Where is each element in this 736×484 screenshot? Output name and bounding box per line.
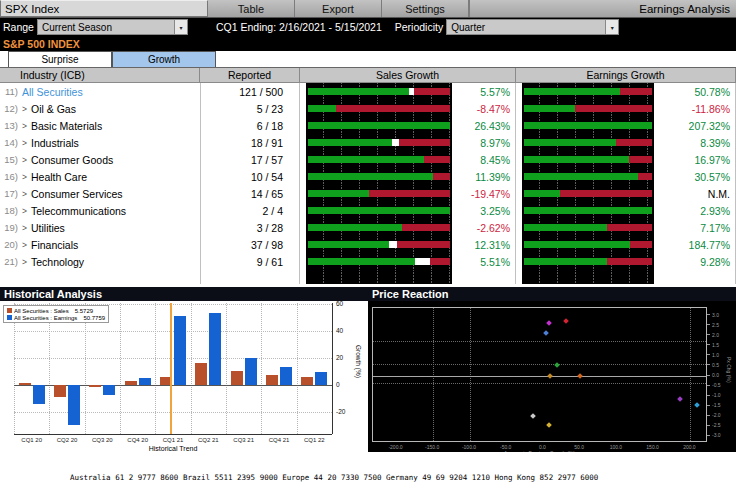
earnings-growth-bar-cell (522, 202, 654, 219)
industry-cell[interactable]: 20)>Financials (0, 236, 200, 253)
growth-bar (524, 105, 652, 112)
industry-name[interactable]: Financials (31, 239, 78, 251)
periodicity-value[interactable]: Quarter (447, 20, 605, 34)
table-row[interactable]: 18)>Telecommunications2 / 43.25%2.93% (0, 202, 736, 219)
earnings-growth-bar-cell (522, 168, 654, 185)
industry-cell[interactable]: 11)All Securities (0, 83, 200, 100)
bar-positive-segment (524, 173, 638, 180)
industry-cell[interactable]: 12)>Oil & Gas (0, 100, 200, 117)
periodicity-dropdown[interactable]: Quarter ▾ (446, 19, 619, 35)
range-label: Range (3, 21, 34, 33)
range-dropdown[interactable]: Current Season ▾ (37, 19, 188, 35)
menu-settings[interactable]: Settings (382, 0, 469, 17)
earnings-growth-value: 16.97% (654, 151, 736, 168)
y-axis-title: Growth (%) (355, 345, 362, 378)
expand-chevron-icon[interactable]: > (22, 138, 27, 148)
sales-growth-value: -8.47% (452, 100, 516, 117)
earnings-growth-value: 207.32% (654, 117, 736, 134)
y-tick-mark (707, 425, 710, 426)
table-row[interactable]: 16)>Health Care10 / 5411.39%30.57% (0, 168, 736, 185)
industry-name[interactable]: Oil & Gas (31, 103, 76, 115)
table-row[interactable]: 21)>Technology9 / 615.51%9.28% (0, 253, 736, 270)
range-value[interactable]: Current Season (38, 20, 174, 34)
x-tick-label: 50.0 (574, 444, 584, 450)
column-header-reported[interactable]: Reported (200, 68, 300, 83)
reported-cell: 2 / 4 (200, 202, 300, 219)
table-row[interactable]: 13)>Basic Materials6 / 1826.43%207.32% (0, 117, 736, 134)
y-tick-mark (707, 354, 710, 355)
column-header-sales-growth[interactable]: Sales Growth (300, 68, 516, 83)
row-number: 14) (0, 137, 18, 148)
bar-marker-segment (415, 258, 431, 265)
expand-chevron-icon[interactable]: > (22, 223, 27, 233)
x-tick-label: CQ3 20 (92, 437, 113, 443)
x-tick-label: 100.0 (610, 444, 623, 450)
table-row[interactable]: 15)>Consumer Goods17 / 578.45%16.97% (0, 151, 736, 168)
y-tick-label: -1.5 (712, 402, 721, 408)
table-row[interactable]: 17)>Consumer Services14 / 65-19.47%N.M. (0, 185, 736, 202)
column-header-industry[interactable]: Industry (ICB) (0, 68, 200, 83)
industry-name[interactable]: Industrials (31, 137, 79, 149)
industry-name[interactable]: Basic Materials (31, 120, 102, 132)
tab-growth[interactable]: Growth (112, 51, 216, 67)
industry-cell[interactable]: 16)>Health Care (0, 168, 200, 185)
bar-positive-segment (524, 156, 629, 163)
industry-name[interactable]: All Securities (22, 86, 83, 98)
price-reaction-chart: -200.0-150.0-100.0-50.00.050.0100.0150.0… (368, 301, 736, 452)
expand-chevron-icon[interactable]: > (22, 257, 27, 267)
table-row[interactable]: 12)>Oil & Gas5 / 23-8.47%-11.86% (0, 100, 736, 117)
x-gridline (226, 303, 227, 434)
x-tick-label: CQ4 20 (127, 437, 148, 443)
reported-cell: 5 / 23 (200, 100, 300, 117)
growth-bar (308, 173, 450, 180)
x-tick-label: -100.0 (462, 444, 476, 450)
x-gridline (155, 303, 156, 434)
menu-table[interactable]: Table (208, 0, 295, 17)
industry-cell[interactable]: 18)>Telecommunications (0, 202, 200, 219)
bar-negative-segment (414, 88, 450, 95)
industry-name[interactable]: Consumer Services (31, 188, 123, 200)
table-row[interactable]: 20)>Financials37 / 9812.31%184.77% (0, 236, 736, 253)
menu-export[interactable]: Export (295, 0, 382, 17)
chevron-down-icon[interactable]: ▾ (174, 20, 187, 34)
x-gridline (261, 303, 262, 434)
earnings-growth-bar-cell (522, 134, 654, 151)
industry-name[interactable]: Health Care (31, 171, 87, 183)
growth-bar (524, 139, 652, 146)
table-row[interactable]: 11)All Securities121 / 5005.57%50.78% (0, 83, 736, 100)
legend-color-chip (7, 308, 12, 313)
expand-chevron-icon[interactable]: > (22, 240, 27, 250)
bar-negative-segment (402, 224, 450, 231)
industry-cell[interactable]: 13)>Basic Materials (0, 117, 200, 134)
table-row[interactable]: 14)>Industrials18 / 918.97%8.39% (0, 134, 736, 151)
y-tick-mark (707, 344, 710, 345)
earnings-growth-bar-cell (522, 151, 654, 168)
expand-chevron-icon[interactable]: > (22, 189, 27, 199)
industry-name[interactable]: Technology (31, 256, 84, 268)
industry-name[interactable]: Utilities (31, 222, 65, 234)
earnings-bar (103, 385, 115, 396)
column-header-earnings-growth[interactable]: Earnings Growth (516, 68, 736, 83)
industry-cell[interactable]: 14)>Industrials (0, 134, 200, 151)
security-ticker-input[interactable]: SPX Index (0, 0, 208, 17)
expand-chevron-icon[interactable]: > (22, 104, 27, 114)
table-row[interactable]: 19)>Utilities3 / 28-2.62%7.17% (0, 219, 736, 236)
tab-surprise[interactable]: Surprise (8, 51, 112, 67)
earnings-growth-value: 184.77% (654, 236, 736, 253)
expand-chevron-icon[interactable]: > (22, 206, 27, 216)
chevron-down-icon[interactable]: ▾ (605, 20, 618, 34)
earnings-growth-bar-cell (522, 236, 654, 253)
expand-chevron-icon[interactable]: > (22, 121, 27, 131)
expand-chevron-icon[interactable]: > (22, 172, 27, 182)
industry-cell[interactable]: 19)>Utilities (0, 219, 200, 236)
industry-name[interactable]: Telecommunications (31, 205, 126, 217)
industry-cell[interactable]: 21)>Technology (0, 253, 200, 270)
expand-chevron-icon[interactable]: > (22, 155, 27, 165)
growth-bar (308, 224, 450, 231)
scatter-point (547, 373, 553, 379)
sales-bar (89, 385, 101, 388)
industry-cell[interactable]: 15)>Consumer Goods (0, 151, 200, 168)
x-gridline (191, 303, 192, 434)
industry-cell[interactable]: 17)>Consumer Services (0, 185, 200, 202)
industry-name[interactable]: Consumer Goods (31, 154, 113, 166)
